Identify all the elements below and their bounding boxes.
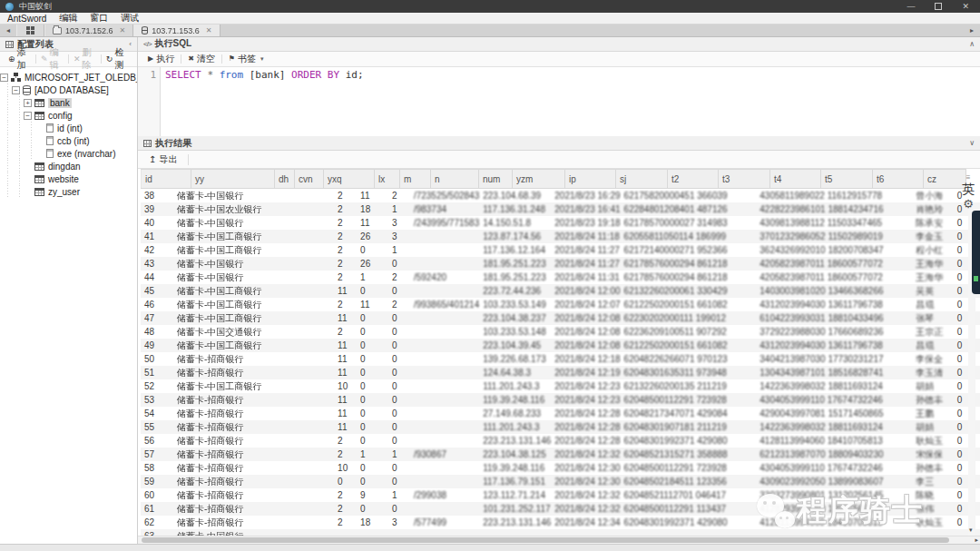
tree-item[interactable]: −MICROSOFT_JET_OLEDB_4_0 (0, 71, 137, 84)
tree-item[interactable]: website (0, 172, 137, 185)
table-cell (274, 311, 291, 325)
tab-close-icon[interactable]: ✕ (120, 26, 126, 34)
table-row[interactable]: 54储蓄卡-招商银行110027.149.68.2332021/8/24 12:… (141, 407, 980, 420)
table-row[interactable]: 53储蓄卡-招商银行1100119.39.248.1162021/8/24 12… (141, 393, 980, 407)
table-icon (34, 99, 44, 107)
expander-icon[interactable]: + (24, 99, 32, 107)
column-header[interactable]: lx (375, 170, 400, 189)
scroll-down-arrow[interactable]: ▾ (969, 526, 973, 534)
table-row[interactable]: 42储蓄卡-中国工商银行201117.136.12.1642021/8/24 1… (141, 243, 980, 257)
play-icon: ▶ (148, 54, 153, 63)
tree-item[interactable]: exe (nvarchar) (0, 147, 137, 160)
collapse-results-icon[interactable]: ∨ (969, 139, 975, 147)
tab-close-icon[interactable]: ✕ (206, 26, 212, 34)
scrollbar-thumb[interactable] (142, 537, 949, 543)
tab-shell-2[interactable]: 103.71.153.6 ✕ (133, 25, 220, 36)
horizontal-scrollbar[interactable]: ▸ (138, 536, 980, 544)
table-cell (884, 393, 913, 407)
collapse-sql-icon[interactable]: ∧ (969, 40, 975, 48)
export-button[interactable]: ↥导出 (143, 153, 182, 166)
tree-item[interactable]: +bank (0, 96, 137, 109)
menu-edit[interactable]: 编辑 (59, 12, 77, 25)
table-row[interactable]: 39储蓄卡-中国农业银行2181/983734117.136.31.248202… (141, 202, 980, 216)
sql-code-line[interactable]: SELECT * from [bank] ORDER BY id; (161, 67, 364, 136)
clear-button[interactable]: ✖清空 (181, 53, 221, 65)
tab-scroll-left[interactable]: ◂ (0, 25, 16, 36)
table-row[interactable]: 50储蓄卡-招商银行1100139.226.68.1732021/8/24 12… (141, 352, 980, 366)
column-header[interactable]: t3 (719, 170, 770, 189)
column-header[interactable]: t4 (770, 170, 821, 189)
table-row[interactable]: 44储蓄卡-中国银行212/592420181.95.251.2232021/8… (141, 271, 980, 284)
expander-icon[interactable]: − (0, 74, 8, 82)
tree-item[interactable]: zy_user (0, 185, 137, 198)
tree-item[interactable]: id (int) (0, 122, 137, 134)
column-header[interactable]: n (431, 170, 479, 189)
expander-icon[interactable]: − (12, 86, 20, 94)
tab-shell-1[interactable]: 103.71.152.6 ✕ (44, 25, 133, 36)
table-cell: 1403003981020 13466368266 (756, 284, 883, 298)
column-header[interactable]: yzm (513, 170, 565, 189)
table-cell: 50 (141, 352, 173, 366)
run-button[interactable]: ▶执行 (142, 53, 181, 65)
tab-home[interactable] (16, 25, 44, 36)
sql-editor[interactable]: 1 SELECT * from [bank] ORDER BY id; (138, 67, 980, 136)
table-row[interactable]: 47储蓄卡-中国工商银行1100223.104.38.2372021/8/24 … (141, 311, 980, 325)
tree-item[interactable]: ccb (int) (0, 134, 137, 147)
column-header[interactable]: yy (191, 170, 275, 189)
table-cell: 0 (954, 461, 980, 475)
table-cell: 2021/8/24 12:28 (551, 420, 620, 434)
table-row[interactable]: 38储蓄卡-中国银行2112/723525/502843223.104.68.3… (141, 189, 980, 202)
table-row[interactable]: 55储蓄卡-招商银行1100111.201.243.32021/8/24 12:… (141, 420, 980, 434)
table-row[interactable]: 58储蓄卡-招商银行1000119.39.248.1162021/8/24 12… (141, 461, 980, 475)
table-row[interactable]: 48储蓄卡-中国交通银行200103.233.53.1482021/8/24 1… (141, 325, 980, 339)
table-cell: 2 (334, 243, 357, 257)
menu-window[interactable]: 窗口 (90, 12, 108, 25)
table-row[interactable]: 59储蓄卡-招商银行000117.136.79.1512021/8/24 12:… (141, 475, 980, 488)
expander-icon[interactable]: − (24, 112, 32, 120)
table-cell: 11 (334, 366, 357, 379)
column-header[interactable]: t2 (668, 170, 719, 189)
minimize-button[interactable]: — (906, 3, 915, 11)
table-row[interactable]: 52储蓄卡-中国工商银行1000111.201.243.32021/8/24 1… (141, 379, 980, 393)
column-header[interactable]: cvn (295, 170, 324, 189)
table-cell (261, 434, 273, 448)
column-header[interactable]: ip (565, 170, 616, 189)
ime-handle-icon[interactable]: ≡ (958, 174, 978, 181)
column-header[interactable]: dh (275, 170, 295, 189)
table-cell: 0 (388, 502, 410, 516)
table-cell: 3404213987030 17730231217 (756, 352, 883, 366)
side-dock-pill[interactable] (972, 211, 980, 294)
column-header[interactable]: yxq (324, 170, 375, 189)
scroll-right-arrow[interactable]: ▸ (975, 536, 978, 544)
table-row[interactable]: 57储蓄卡-招商银行211/930867223.104.38.1252021/8… (141, 448, 980, 461)
ime-language-toggle[interactable]: 英 (958, 181, 978, 197)
table-row[interactable]: 49储蓄卡-中国工商银行1100223.104.39.452021/8/24 1… (141, 339, 980, 352)
table-row[interactable]: 40储蓄卡-中国银行2113/243995/77158314.150.51.82… (141, 216, 980, 230)
maximize-button[interactable] (935, 3, 942, 10)
tree-item[interactable]: dingdan (0, 160, 137, 172)
table-cell (290, 189, 318, 202)
table-row[interactable]: 56储蓄卡-招商银行200223.213.131.1462021/8/24 12… (141, 434, 980, 448)
menu-antsword[interactable]: AntSword (7, 14, 46, 24)
tree-item[interactable]: −[ADO DATABASE] (0, 84, 137, 96)
bookmark-button[interactable]: ⚑书签▾ (222, 53, 270, 65)
column-header[interactable]: id (142, 170, 191, 189)
column-header[interactable]: num (479, 170, 513, 189)
column-header[interactable]: t5 (821, 170, 873, 189)
gear-icon[interactable]: ⚙ (958, 197, 978, 212)
table-row[interactable]: 51储蓄卡-招商银行1100124.64.38.32021/8/24 12:19… (141, 366, 980, 379)
table-cell: 2 (334, 502, 357, 516)
table-row[interactable]: 45储蓄卡-中国工商银行1100223.72.44.2362021/8/24 1… (141, 284, 980, 298)
column-header[interactable]: sj (616, 170, 668, 189)
table-row[interactable]: 43储蓄卡-中国银行2260181.95.251.2232021/8/24 11… (141, 257, 980, 271)
table-cell: 223.104.38.237 (479, 311, 551, 325)
table-row[interactable]: 46储蓄卡-中国工商银行2112/993865/401214103.233.53… (141, 298, 980, 311)
table-cell (410, 325, 479, 339)
tree-item[interactable]: −config (0, 109, 137, 122)
menu-debug[interactable]: 调试 (121, 12, 139, 25)
column-header[interactable]: m (400, 170, 431, 189)
tab-scroll-right[interactable]: ▸ (964, 25, 980, 36)
column-header[interactable]: t6 (873, 170, 924, 189)
close-button[interactable]: ✕ (962, 3, 969, 11)
table-row[interactable]: 41储蓄卡-中国工商银行2263123.87.174.562021/8/24 1… (141, 230, 980, 243)
